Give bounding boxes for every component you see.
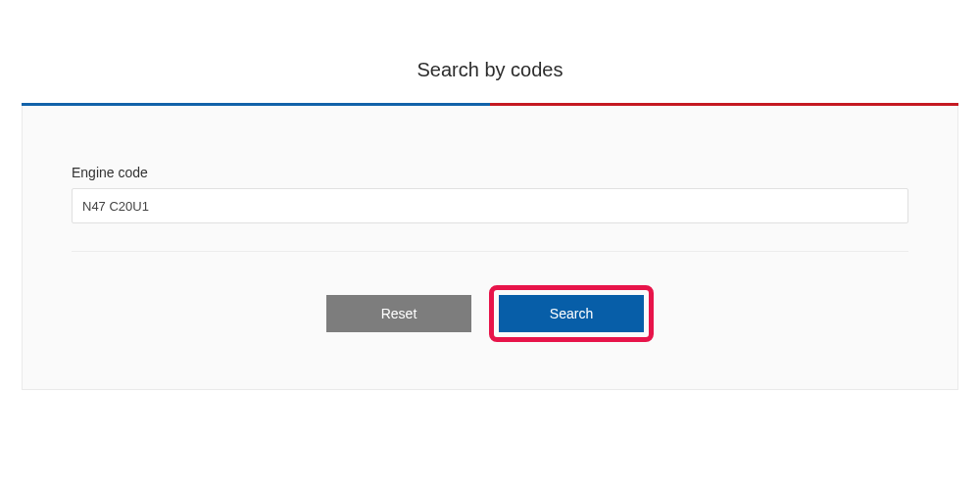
search-by-codes-page: Search by codes Engine code Reset Search bbox=[0, 0, 980, 390]
reset-button[interactable]: Reset bbox=[326, 295, 471, 332]
form-divider bbox=[72, 251, 908, 252]
panel-accent-border bbox=[22, 103, 958, 106]
engine-code-label: Engine code bbox=[72, 165, 908, 180]
engine-code-input[interactable] bbox=[72, 188, 908, 223]
search-button[interactable]: Search bbox=[499, 295, 644, 332]
search-panel: Engine code Reset Search bbox=[22, 106, 958, 390]
accent-blue bbox=[22, 103, 490, 106]
search-button-highlight: Search bbox=[489, 285, 654, 342]
page-title: Search by codes bbox=[22, 59, 958, 81]
accent-red bbox=[490, 103, 958, 106]
button-row: Reset Search bbox=[72, 285, 908, 342]
